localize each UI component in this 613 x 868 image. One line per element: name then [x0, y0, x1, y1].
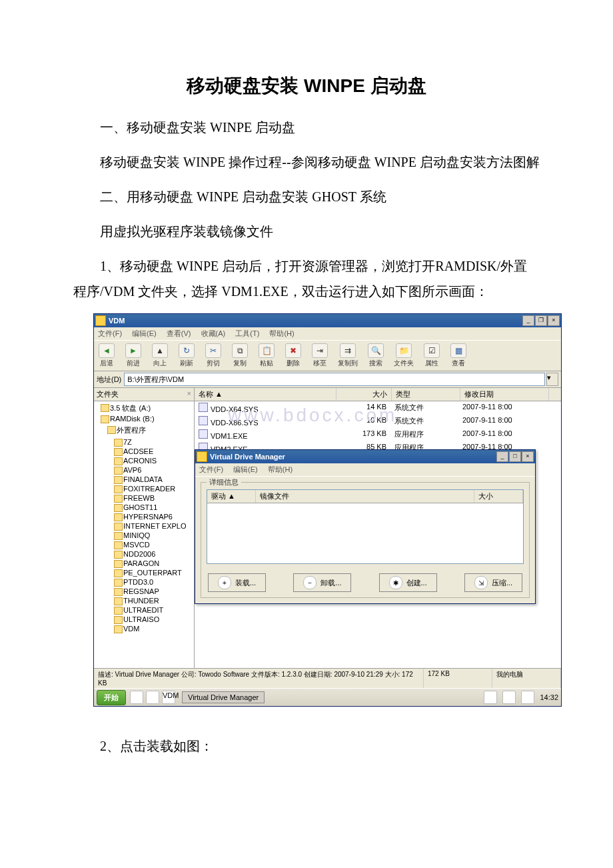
tree-item[interactable]: THUNDER [114, 596, 194, 605]
close-button[interactable]: × [548, 315, 560, 326]
address-input[interactable] [124, 373, 545, 386]
tree-item[interactable]: INTERNET EXPLO [114, 521, 194, 531]
drive-list[interactable]: 驱动 ▲ 镜像文件 大小 [207, 489, 524, 564]
col-size[interactable]: 大小 [336, 388, 392, 401]
compress-button[interactable]: ⇲压缩... [464, 573, 522, 592]
tree-item[interactable]: VDM [114, 624, 194, 633]
file-row[interactable]: VDD-X86.SYS10 KB系统文件2007-9-11 8:00 [195, 415, 561, 428]
explorer-window: VDM _ ❐ × 文件(F) 编辑(E) 查看(V) 收藏(A) 工具(T) … [93, 313, 562, 707]
system-tray: 14:32 [484, 691, 558, 704]
menu-edit[interactable]: 编辑(E) [132, 329, 157, 337]
file-icon [199, 403, 208, 412]
col-type[interactable]: 类型 [392, 388, 460, 401]
tree-item[interactable]: GHOST11 [114, 503, 194, 512]
menu-view[interactable]: 查看(V) [167, 329, 191, 337]
go-button[interactable]: ▾ [546, 373, 558, 386]
compress-icon: ⇲ [474, 576, 488, 589]
section-1-heading: 一、移动硬盘安装 WINPE 启动盘 [73, 115, 540, 140]
tree-item[interactable]: RAMDisk (B:) [101, 414, 194, 423]
tree-item[interactable]: FINALDATA [114, 475, 194, 484]
toolbar: ◄后退 ►前进 ▲向上 ↻刷新 ✂剪切 ⧉复制 📋粘贴 ✖删除 ⇥移至 ⇉复制到… [94, 341, 561, 371]
detail-group: 详细信息 驱动 ▲ 镜像文件 大小 +装载... −卸载... [201, 482, 530, 598]
forward-button[interactable]: ►前进 [125, 343, 142, 368]
tree-item[interactable]: NDD2006 [114, 549, 194, 559]
menu-file[interactable]: 文件(F) [199, 465, 223, 473]
clock: 14:32 [540, 693, 558, 701]
exe-icon [199, 429, 208, 439]
folder-tree: 文件夹× 3.5 软盘 (A:) RAMDisk (B:) 外置程序 7Z AC… [94, 388, 195, 668]
tree-item[interactable]: AVP6 [114, 465, 194, 475]
tree-item[interactable]: 7Z [114, 437, 194, 447]
maximize-button[interactable]: ❐ [535, 315, 547, 326]
tree-item[interactable]: 外置程序 [107, 425, 194, 436]
menu-help[interactable]: 帮助(H) [269, 329, 294, 337]
tree-item[interactable]: PARAGON [114, 559, 194, 568]
status-location: 我的电脑 [492, 669, 561, 688]
tree-item[interactable]: PE_OUTERPART [114, 568, 194, 577]
tree-item[interactable]: PTDD3.0 [114, 577, 194, 587]
tree-item[interactable]: ACRONIS [114, 456, 194, 465]
plus-icon: + [218, 576, 231, 589]
col-date[interactable]: 修改日期 [460, 388, 549, 401]
quicklaunch-icon[interactable]: VDM [162, 691, 175, 704]
tray-icon[interactable] [484, 691, 497, 704]
taskbar-task[interactable]: Virtual Drive Manager [182, 691, 265, 703]
tree-item[interactable]: ULTRAISO [114, 615, 194, 624]
titlebar: VDM _ ❐ × [94, 314, 561, 327]
tree-item[interactable]: FOXITREADER [114, 484, 194, 493]
menu-file[interactable]: 文件(F) [98, 329, 122, 337]
col-image[interactable]: 镜像文件 [256, 490, 474, 503]
paragraph: 2、点击装载如图： [73, 733, 540, 759]
cut-button[interactable]: ✂剪切 [205, 343, 222, 368]
file-list: www.bdocx.com 名称 ▲ 大小 类型 修改日期 VDD-X64.SY… [195, 388, 561, 668]
section-2-heading: 二、用移动硬盘 WINPE 启动盘安装 GHOST 系统 [73, 184, 540, 209]
tree-item[interactable]: MINIQQ [114, 531, 194, 540]
tree-item[interactable]: ULTRAEDIT [114, 605, 194, 615]
back-button[interactable]: ◄后退 [98, 343, 115, 368]
vdm-window: Virtual Drive Manager _ □ × 文件(F) 编辑(E) … [195, 449, 536, 604]
start-button[interactable]: 开始 [97, 690, 126, 705]
copyto-button[interactable]: ⇉复制到 [338, 343, 358, 368]
quicklaunch-icon[interactable] [146, 691, 159, 704]
views-button[interactable]: ▦查看 [450, 343, 467, 368]
minimize-button[interactable]: _ [496, 451, 508, 462]
moveto-button[interactable]: ⇥移至 [311, 343, 328, 368]
search-button[interactable]: 🔍搜索 [367, 343, 384, 368]
menu-edit[interactable]: 编辑(E) [233, 465, 258, 473]
menu-favorites[interactable]: 收藏(A) [201, 329, 226, 337]
col-name[interactable]: 名称 ▲ [195, 388, 336, 401]
tree-header: 文件夹 [97, 389, 119, 399]
create-button[interactable]: ✱创建... [379, 573, 437, 592]
tray-icon[interactable] [521, 691, 534, 704]
close-button[interactable]: × [522, 451, 534, 462]
status-bar: 描述: Virtual Drive Manager 公司: Towodo Sof… [94, 668, 561, 688]
properties-button[interactable]: ☑属性 [423, 343, 440, 368]
tree-item[interactable]: 3.5 软盘 (A:) [101, 403, 194, 414]
maximize-button[interactable]: □ [509, 451, 521, 462]
up-button[interactable]: ▲向上 [151, 343, 169, 368]
tree-item[interactable]: MSVCD [114, 540, 194, 549]
tree-item[interactable]: FREEWB [114, 493, 194, 503]
file-row[interactable]: VDM1.EXE173 KB应用程序2007-9-11 8:00 [195, 428, 561, 441]
delete-button[interactable]: ✖删除 [285, 343, 302, 368]
tree-close-button[interactable]: × [187, 389, 191, 399]
unmount-button[interactable]: −卸载... [293, 573, 351, 592]
col-size[interactable]: 大小 [474, 490, 523, 503]
folders-button[interactable]: 📁文件夹 [394, 343, 414, 368]
col-drive[interactable]: 驱动 ▲ [207, 490, 256, 503]
quicklaunch-icon[interactable] [130, 691, 143, 704]
menu-tools[interactable]: 工具(T) [235, 329, 259, 337]
mount-button[interactable]: +装载... [208, 573, 266, 592]
paste-button[interactable]: 📋粘贴 [258, 343, 275, 368]
tree-item[interactable]: REGSNAP [114, 587, 194, 596]
tree-item[interactable]: HYPERSNAP6 [114, 512, 194, 521]
minimize-button[interactable]: _ [522, 315, 534, 326]
copy-button[interactable]: ⧉复制 [231, 343, 249, 368]
file-row[interactable]: VDD-X64.SYS14 KB系统文件2007-9-11 8:00 [195, 401, 561, 415]
tree-item[interactable]: ACDSEE [114, 447, 194, 456]
address-bar: 地址(D) ▾ [94, 371, 561, 388]
refresh-button[interactable]: ↻刷新 [178, 343, 195, 368]
tray-icon[interactable] [502, 691, 516, 704]
minus-icon: − [303, 576, 316, 589]
menu-help[interactable]: 帮助(H) [268, 465, 293, 473]
